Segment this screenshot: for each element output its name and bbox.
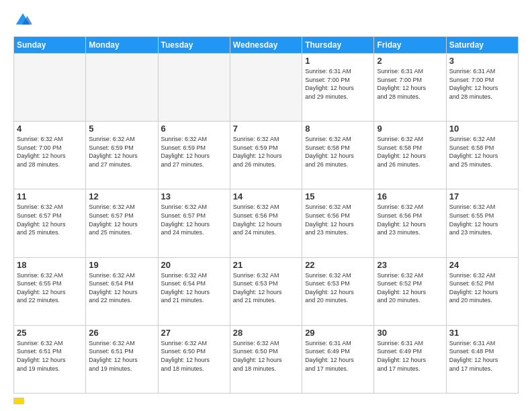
day-cell: 3Sunrise: 6:31 AM Sunset: 7:00 PM Daylig…	[446, 54, 518, 122]
day-info: Sunrise: 6:32 AM Sunset: 6:50 PM Dayligh…	[161, 339, 227, 373]
day-cell: 9Sunrise: 6:32 AM Sunset: 6:58 PM Daylig…	[374, 122, 446, 189]
day-info: Sunrise: 6:32 AM Sunset: 6:59 PM Dayligh…	[161, 135, 227, 169]
day-number: 18	[17, 260, 83, 270]
day-number: 4	[17, 124, 83, 134]
day-cell: 4Sunrise: 6:32 AM Sunset: 7:00 PM Daylig…	[14, 122, 86, 189]
day-number: 21	[233, 260, 299, 270]
day-info: Sunrise: 6:32 AM Sunset: 6:59 PM Dayligh…	[89, 135, 154, 169]
day-info: Sunrise: 6:31 AM Sunset: 7:00 PM Dayligh…	[449, 67, 515, 101]
day-number: 9	[377, 124, 443, 134]
day-cell: 8Sunrise: 6:32 AM Sunset: 6:58 PM Daylig…	[302, 122, 374, 189]
day-info: Sunrise: 6:32 AM Sunset: 6:56 PM Dayligh…	[377, 203, 443, 236]
day-cell	[14, 54, 86, 122]
day-info: Sunrise: 6:32 AM Sunset: 6:53 PM Dayligh…	[305, 271, 371, 305]
day-number: 23	[377, 260, 443, 270]
day-cell: 21Sunrise: 6:32 AM Sunset: 6:53 PM Dayli…	[230, 257, 302, 325]
week-row-0: 1Sunrise: 6:31 AM Sunset: 7:00 PM Daylig…	[14, 54, 519, 122]
day-info: Sunrise: 6:32 AM Sunset: 6:58 PM Dayligh…	[377, 135, 443, 169]
day-cell	[158, 54, 230, 122]
header-cell-sunday: Sunday	[14, 37, 86, 54]
day-info: Sunrise: 6:32 AM Sunset: 6:54 PM Dayligh…	[89, 271, 154, 305]
day-number: 24	[449, 260, 515, 270]
day-cell: 18Sunrise: 6:32 AM Sunset: 6:55 PM Dayli…	[14, 257, 86, 325]
day-info: Sunrise: 6:32 AM Sunset: 6:50 PM Dayligh…	[233, 339, 299, 373]
day-number: 11	[17, 191, 83, 201]
week-row-3: 18Sunrise: 6:32 AM Sunset: 6:55 PM Dayli…	[14, 257, 519, 325]
day-number: 19	[89, 260, 154, 270]
day-cell: 29Sunrise: 6:31 AM Sunset: 6:49 PM Dayli…	[302, 325, 374, 393]
calendar: SundayMondayTuesdayWednesdayThursdayFrid…	[13, 36, 519, 394]
day-info: Sunrise: 6:32 AM Sunset: 6:54 PM Dayligh…	[161, 271, 227, 305]
header-cell-monday: Monday	[86, 37, 158, 54]
day-number: 25	[17, 328, 83, 338]
day-info: Sunrise: 6:32 AM Sunset: 6:51 PM Dayligh…	[89, 339, 154, 373]
day-cell	[86, 54, 158, 122]
day-cell: 22Sunrise: 6:32 AM Sunset: 6:53 PM Dayli…	[302, 257, 374, 325]
page: SundayMondayTuesdayWednesdayThursdayFrid…	[0, 0, 532, 411]
day-info: Sunrise: 6:32 AM Sunset: 6:58 PM Dayligh…	[449, 135, 515, 169]
day-number: 20	[161, 260, 227, 270]
header-row: SundayMondayTuesdayWednesdayThursdayFrid…	[14, 37, 519, 54]
calendar-header: SundayMondayTuesdayWednesdayThursdayFrid…	[14, 37, 519, 54]
day-info: Sunrise: 6:32 AM Sunset: 6:57 PM Dayligh…	[17, 203, 83, 236]
day-number: 7	[233, 124, 299, 134]
day-info: Sunrise: 6:32 AM Sunset: 6:59 PM Dayligh…	[233, 135, 299, 169]
day-cell: 2Sunrise: 6:31 AM Sunset: 7:00 PM Daylig…	[374, 54, 446, 122]
day-number: 6	[161, 124, 227, 134]
day-cell: 15Sunrise: 6:32 AM Sunset: 6:56 PM Dayli…	[302, 189, 374, 257]
day-info: Sunrise: 6:32 AM Sunset: 6:56 PM Dayligh…	[305, 203, 371, 236]
daylight-bar-icon	[13, 398, 24, 404]
logo	[13, 11, 35, 30]
day-info: Sunrise: 6:32 AM Sunset: 6:57 PM Dayligh…	[89, 203, 154, 236]
day-cell: 23Sunrise: 6:32 AM Sunset: 6:52 PM Dayli…	[374, 257, 446, 325]
day-info: Sunrise: 6:32 AM Sunset: 6:51 PM Dayligh…	[17, 339, 83, 373]
day-cell: 26Sunrise: 6:32 AM Sunset: 6:51 PM Dayli…	[86, 325, 158, 393]
day-info: Sunrise: 6:31 AM Sunset: 6:48 PM Dayligh…	[449, 339, 515, 373]
day-number: 2	[377, 56, 443, 66]
day-cell: 28Sunrise: 6:32 AM Sunset: 6:50 PM Dayli…	[230, 325, 302, 393]
day-cell: 19Sunrise: 6:32 AM Sunset: 6:54 PM Dayli…	[86, 257, 158, 325]
day-cell: 11Sunrise: 6:32 AM Sunset: 6:57 PM Dayli…	[14, 189, 86, 257]
day-cell: 5Sunrise: 6:32 AM Sunset: 6:59 PM Daylig…	[86, 122, 158, 189]
day-number: 3	[449, 56, 515, 66]
day-cell: 10Sunrise: 6:32 AM Sunset: 6:58 PM Dayli…	[446, 122, 518, 189]
day-info: Sunrise: 6:32 AM Sunset: 6:55 PM Dayligh…	[17, 271, 83, 305]
day-info: Sunrise: 6:31 AM Sunset: 6:49 PM Dayligh…	[377, 339, 443, 373]
calendar-body: 1Sunrise: 6:31 AM Sunset: 7:00 PM Daylig…	[14, 54, 519, 394]
day-number: 29	[305, 328, 371, 338]
header-cell-thursday: Thursday	[302, 37, 374, 54]
day-number: 10	[449, 124, 515, 134]
day-cell: 12Sunrise: 6:32 AM Sunset: 6:57 PM Dayli…	[86, 189, 158, 257]
day-cell: 27Sunrise: 6:32 AM Sunset: 6:50 PM Dayli…	[158, 325, 230, 393]
footer	[13, 398, 519, 404]
week-row-4: 25Sunrise: 6:32 AM Sunset: 6:51 PM Dayli…	[14, 325, 519, 393]
day-cell: 16Sunrise: 6:32 AM Sunset: 6:56 PM Dayli…	[374, 189, 446, 257]
day-cell: 17Sunrise: 6:32 AM Sunset: 6:55 PM Dayli…	[446, 189, 518, 257]
day-cell: 31Sunrise: 6:31 AM Sunset: 6:48 PM Dayli…	[446, 325, 518, 393]
day-number: 13	[161, 191, 227, 201]
day-info: Sunrise: 6:32 AM Sunset: 6:53 PM Dayligh…	[233, 271, 299, 305]
day-number: 31	[449, 328, 515, 338]
day-info: Sunrise: 6:32 AM Sunset: 6:52 PM Dayligh…	[449, 271, 515, 305]
day-info: Sunrise: 6:32 AM Sunset: 7:00 PM Dayligh…	[17, 135, 83, 169]
day-number: 5	[89, 124, 154, 134]
day-cell: 7Sunrise: 6:32 AM Sunset: 6:59 PM Daylig…	[230, 122, 302, 189]
day-number: 15	[305, 191, 371, 201]
header	[13, 11, 519, 30]
day-info: Sunrise: 6:32 AM Sunset: 6:55 PM Dayligh…	[449, 203, 515, 236]
week-row-1: 4Sunrise: 6:32 AM Sunset: 7:00 PM Daylig…	[14, 122, 519, 189]
day-number: 26	[89, 328, 154, 338]
header-cell-saturday: Saturday	[446, 37, 518, 54]
day-number: 30	[377, 328, 443, 338]
day-cell: 25Sunrise: 6:32 AM Sunset: 6:51 PM Dayli…	[14, 325, 86, 393]
day-cell: 13Sunrise: 6:32 AM Sunset: 6:57 PM Dayli…	[158, 189, 230, 257]
day-cell	[230, 54, 302, 122]
day-cell: 14Sunrise: 6:32 AM Sunset: 6:56 PM Dayli…	[230, 189, 302, 257]
day-number: 1	[305, 56, 371, 66]
week-row-2: 11Sunrise: 6:32 AM Sunset: 6:57 PM Dayli…	[14, 189, 519, 257]
day-number: 12	[89, 191, 154, 201]
logo-icon	[13, 11, 32, 30]
day-info: Sunrise: 6:32 AM Sunset: 6:56 PM Dayligh…	[233, 203, 299, 236]
day-number: 28	[233, 328, 299, 338]
day-info: Sunrise: 6:31 AM Sunset: 7:00 PM Dayligh…	[377, 67, 443, 101]
